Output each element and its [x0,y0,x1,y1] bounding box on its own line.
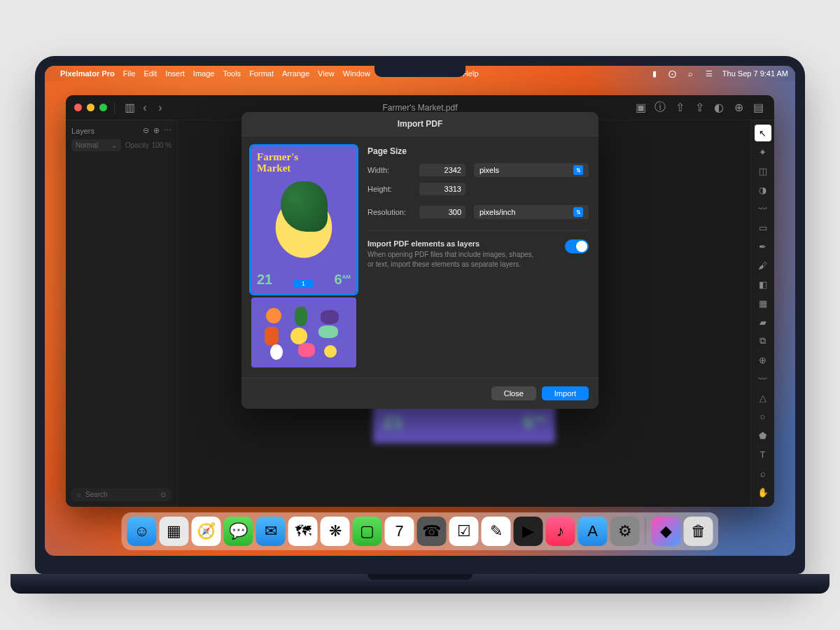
layers-more-icon[interactable]: ⋯ [164,126,172,135]
dock-facetime[interactable]: ▢ [353,517,382,546]
page-thumbnail-1[interactable]: Farmer'sMarket 21 1 6AM [251,146,356,293]
close-button[interactable]: Close [491,386,536,400]
dock-tv[interactable]: ▶ [514,517,543,546]
dock-photos[interactable]: ❋ [321,517,350,546]
tool-blur[interactable]: ○ [755,408,771,425]
import-layers-desc: When opening PDF files that include imag… [368,250,536,269]
width-input[interactable] [419,164,465,176]
size-unit-select[interactable]: pixels ⇅ [474,163,589,177]
tool-adjust[interactable]: ◑ [755,181,771,198]
color-button[interactable]: ◐ [711,100,727,115]
tool-gradient[interactable]: ▦ [755,295,771,312]
tool-brush[interactable]: 🖌 [755,257,771,274]
tool-erase[interactable]: ◧ [755,276,771,293]
search-icon: ⌕ [77,491,81,498]
menu-file[interactable]: File [123,69,136,78]
tool-crop[interactable]: ◫ [755,162,771,179]
control-center-icon[interactable]: ☰ [704,69,714,78]
resolution-label: Resolution: [368,208,414,216]
sidebar-toggle-button[interactable]: ▥ [122,100,137,115]
search-icon[interactable]: ⌕ [686,69,696,78]
share-button[interactable]: ⇪ [692,100,707,115]
zoom-tool-button[interactable]: ▣ [633,100,648,115]
chevron-updown-icon: ⇅ [573,165,583,175]
dock-safari[interactable]: 🧭 [192,517,221,546]
menu-edit[interactable]: Edit [144,69,157,78]
wifi-icon[interactable]: ⨀ [668,69,678,78]
import-layers-title: Import PDF elements as layers [368,239,536,248]
layers-sidebar: Layers ⊖ ⊕ ⋯ Normal ⌄ Opacity [66,120,178,507]
resolution-input[interactable] [419,206,465,218]
layers-visibility-icon[interactable]: ⊖ [143,126,149,135]
dock-notes[interactable]: ✎ [482,517,511,546]
dock-mail[interactable]: ✉ [256,517,286,546]
panel-toggle-button[interactable]: ▤ [750,100,766,115]
info-button[interactable]: ⓘ [652,100,668,115]
menu-image[interactable]: Image [193,69,215,78]
tool-repair[interactable]: ⊕ [755,351,771,368]
import-button[interactable]: Import [542,386,589,400]
opacity-value: 100 % [152,141,172,149]
dock-contacts[interactable]: ☎ [417,517,447,546]
dock-launchpad[interactable]: ▦ [160,517,189,546]
chevron-down-icon: ⌄ [111,141,117,149]
menu-view[interactable]: View [318,69,335,78]
nav-forward-button[interactable]: › [153,100,168,115]
dock-maps[interactable]: 🗺 [288,517,318,546]
nav-back-button[interactable]: ‹ [137,100,153,115]
dock-messages[interactable]: 💬 [224,517,253,546]
tool-clone[interactable]: ⧉ [755,332,771,349]
page-size-heading: Page Size [368,146,589,156]
chevron-updown-icon: ⇅ [573,207,583,217]
zoom-window-button[interactable] [99,104,107,111]
dock-settings[interactable]: ⚙ [610,517,640,546]
dock-calendar[interactable]: 7 [385,517,414,546]
tool-hand[interactable]: ✋ [755,484,771,500]
page-thumbnail-2[interactable] [251,298,356,368]
import-pdf-dialog: Import PDF Farmer'sMarket 21 1 6AM [241,112,598,409]
screen: Pixelmator Pro File Edit Insert Image To… [45,66,795,556]
dock-pixelmator[interactable]: ◆ [652,517,681,546]
dock-trash[interactable]: 🗑 [684,517,713,546]
blend-mode-select[interactable]: Normal ⌄ [71,139,121,151]
add-button[interactable]: ⊕ [731,100,746,115]
tools-sidebar: ↖✦◫◑〰▭✒🖌◧▦▰⧉⊕〰△○⬟T⌕✋ [750,120,774,507]
close-window-button[interactable] [74,104,82,111]
laptop-base [10,574,830,594]
tool-smudge[interactable]: 〰 [755,370,771,387]
menu-insert[interactable]: Insert [165,69,185,78]
tool-shape[interactable]: ⬟ [755,427,771,444]
tool-fill[interactable]: ▰ [755,314,771,330]
layers-add-icon[interactable]: ⊕ [153,126,160,135]
tool-zoom[interactable]: ⌕ [755,465,771,482]
page-number-badge: 1 [293,279,314,288]
tool-magic[interactable]: ✦ [755,144,771,160]
tool-pen[interactable]: ✒ [755,238,771,255]
tool-sharpen[interactable]: △ [755,389,771,406]
dock-reminders[interactable]: ☑ [449,517,479,546]
width-label: Width: [368,166,414,174]
menu-window[interactable]: Window [343,69,370,78]
dock: ☺▦🧭💬✉🗺❋▢7☎☑✎▶♪A⚙◆🗑 [122,512,719,550]
tool-text[interactable]: T [755,446,771,463]
dialog-title: Import PDF [241,112,598,136]
battery-icon[interactable]: ▮ [650,69,659,78]
tool-draw[interactable]: 〰 [755,200,771,217]
layers-search[interactable]: ⌕ Search ⊙ [71,488,172,501]
resolution-unit-select[interactable]: pixels/inch ⇅ [474,205,589,219]
tool-arrow[interactable]: ↖ [755,125,771,141]
opacity-label: Opacity [125,141,149,149]
tool-rect[interactable]: ▭ [755,219,771,236]
dock-music[interactable]: ♪ [546,517,575,546]
height-input[interactable] [419,183,465,195]
menu-format[interactable]: Format [249,69,274,78]
menu-arrange[interactable]: Arrange [282,69,309,78]
export-button[interactable]: ⇧ [672,100,687,115]
dock-appstore[interactable]: A [578,517,608,546]
menubar-datetime[interactable]: Thu Sep 7 9:41 AM [722,69,788,78]
menu-tools[interactable]: Tools [223,69,241,78]
dock-finder[interactable]: ☺ [127,517,157,546]
minimize-window-button[interactable] [87,104,94,111]
app-menu[interactable]: Pixelmator Pro [60,69,115,78]
import-layers-toggle[interactable] [565,239,589,253]
